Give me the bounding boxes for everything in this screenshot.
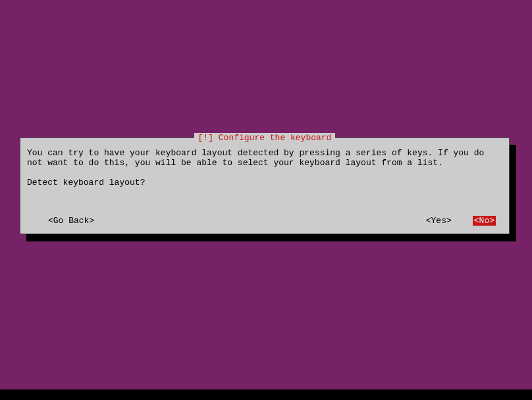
configure-keyboard-dialog: [!] Configure the keyboard You can try t… <box>20 138 510 234</box>
dialog-body-text: You can try to have your keyboard layout… <box>27 148 502 168</box>
footer-hint-bar: <Tab> moves; <Space> selects; <Enter> ac… <box>0 389 532 400</box>
dialog-title: [!] Configure the keyboard <box>194 133 336 143</box>
dialog-title-wrap: [!] Configure the keyboard <box>20 133 509 143</box>
dialog-button-row: <Go Back> <Yes> <No> <box>27 216 502 226</box>
no-button[interactable]: <No> <box>473 216 496 226</box>
dialog-prompt: Detect keyboard layout? <box>27 178 502 188</box>
go-back-button[interactable]: <Go Back> <box>48 216 94 226</box>
yes-button[interactable]: <Yes> <box>426 216 452 226</box>
dialog-body: You can try to have your keyboard layout… <box>27 148 502 188</box>
